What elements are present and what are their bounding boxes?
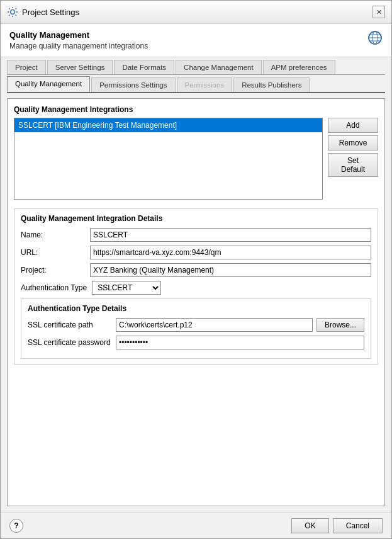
url-row: URL: — [21, 246, 371, 259]
tab-apm-preferences[interactable]: APM preferences — [263, 60, 335, 74]
auth-type-row: Authentication Type SSLCERT Basic Kerber… — [21, 281, 371, 295]
auth-details-title: Authentication Type Details — [28, 304, 364, 313]
title-bar: Project Settings ✕ — [1, 1, 391, 24]
cert-password-label: SSL certificate password — [28, 338, 116, 347]
header-title: Quality Management — [9, 30, 148, 40]
project-label: Project: — [21, 266, 90, 275]
cert-path-row: SSL certificate path Browse... — [28, 318, 364, 332]
name-input[interactable] — [90, 228, 371, 242]
details-section: Quality Management Integration Details N… — [14, 208, 378, 365]
list-item[interactable]: SSLCERT [IBM Engineering Test Management… — [14, 118, 322, 132]
integrations-list[interactable]: SSLCERT [IBM Engineering Test Management… — [14, 118, 323, 200]
tab-results-publishers[interactable]: Results Publishers — [233, 77, 310, 92]
auth-details-box: Authentication Type Details SSL certific… — [21, 298, 371, 359]
url-label: URL: — [21, 248, 90, 257]
name-label: Name: — [21, 230, 90, 239]
set-default-button[interactable]: Set Default — [328, 153, 378, 177]
tabs-row1: Project Server Settings Date Formats Cha… — [7, 57, 385, 75]
cert-password-row: SSL certificate password — [28, 336, 364, 349]
list-buttons: Add Remove Set Default — [328, 118, 378, 200]
content-area: Project Server Settings Date Formats Cha… — [1, 57, 391, 513]
integrations-label: Quality Management Integrations — [14, 105, 378, 114]
auth-type-label: Authentication Type — [21, 283, 87, 292]
svg-point-0 — [11, 10, 15, 14]
cert-password-input[interactable] — [116, 336, 364, 349]
remove-button[interactable]: Remove — [328, 135, 378, 150]
close-button[interactable]: ✕ — [372, 6, 385, 18]
browse-button[interactable]: Browse... — [316, 318, 364, 332]
cert-path-label: SSL certificate path — [28, 321, 116, 329]
help-button[interactable]: ? — [9, 519, 23, 533]
settings-icon — [7, 6, 18, 18]
header-subtitle: Manage quality management integrations — [9, 42, 148, 50]
dialog: Project Settings ✕ Quality Management Ma… — [0, 0, 392, 539]
ok-button[interactable]: OK — [291, 518, 328, 533]
tabs-row2: Quality Management Permissions Settings … — [7, 75, 385, 93]
auth-type-select[interactable]: SSLCERT Basic Kerberos — [92, 281, 161, 295]
tab-change-management[interactable]: Change Management — [176, 60, 262, 74]
project-row: Project: — [21, 263, 371, 277]
main-panel: Quality Management Integrations SSLCERT … — [7, 98, 385, 506]
url-input[interactable] — [90, 246, 371, 259]
details-title: Quality Management Integration Details — [21, 214, 371, 223]
footer: ? OK Cancel — [1, 513, 391, 538]
tab-server-settings[interactable]: Server Settings — [47, 60, 113, 74]
cancel-button[interactable]: Cancel — [333, 518, 383, 533]
tab-date-formats[interactable]: Date Formats — [114, 60, 174, 74]
add-button[interactable]: Add — [328, 118, 378, 133]
tab-permissions: Permissions — [177, 77, 233, 92]
name-row: Name: — [21, 228, 371, 242]
project-input[interactable] — [90, 263, 371, 277]
tab-quality-management[interactable]: Quality Management — [7, 76, 90, 92]
tab-permissions-settings[interactable]: Permissions Settings — [91, 77, 175, 92]
globe-icon — [367, 30, 383, 45]
header-section: Quality Management Manage quality manage… — [1, 24, 391, 57]
tab-project[interactable]: Project — [7, 60, 46, 74]
dialog-title: Project Settings — [22, 8, 79, 17]
cert-path-input[interactable] — [116, 318, 313, 332]
integrations-list-area: SSLCERT [IBM Engineering Test Management… — [14, 118, 378, 200]
